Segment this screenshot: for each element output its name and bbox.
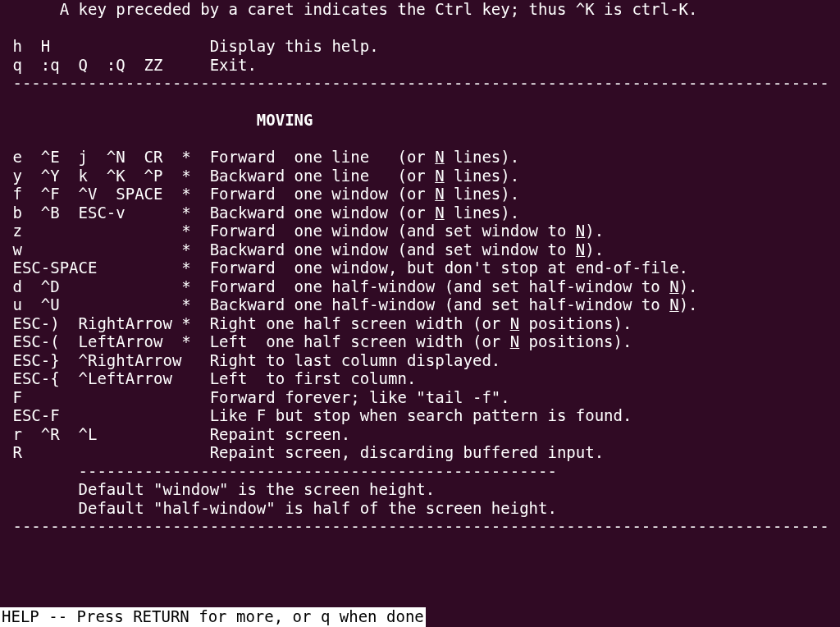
command-desc: Forward forever; like "tail -f".	[191, 388, 510, 406]
command-desc: Repaint screen.	[191, 425, 350, 443]
moving-row: y ^Y k ^K ^P * Backward one line (or N l…	[0, 167, 840, 185]
blank-line	[0, 130, 840, 149]
default-window-note: Default "window" is the screen height.	[0, 480, 840, 499]
command-keys: e ^E j ^N CR *	[3, 148, 191, 166]
command-desc: Right one half screen width (or	[191, 314, 510, 332]
count-placeholder: N	[669, 295, 678, 314]
command-desc: Repaint screen, discarding buffered inpu…	[191, 443, 604, 461]
divider: ----------------------------------------…	[0, 74, 840, 93]
command-keys: y ^Y k ^K ^P *	[3, 167, 191, 185]
help-command-row: h H Display this help.	[0, 37, 840, 56]
moving-row: F Forward forever; like "tail -f".	[0, 388, 840, 407]
command-keys: ESC-{ ^LeftArrow	[3, 369, 191, 387]
command-desc: Forward one window (or	[191, 185, 435, 203]
moving-row: d ^D * Forward one half-window (and set …	[0, 277, 840, 296]
moving-row: f ^F ^V SPACE * Forward one window (or N…	[0, 185, 840, 204]
caret-explanation: A key preceded by a caret indicates the …	[0, 0, 840, 19]
count-placeholder: N	[576, 222, 585, 240]
help-desc: Display this help.	[210, 37, 379, 55]
command-desc-tail: lines).	[445, 148, 520, 166]
moving-row: b ^B ESC-v * Backward one window (or N l…	[0, 204, 840, 222]
moving-row: r ^R ^L Repaint screen.	[0, 425, 840, 444]
section-header-moving: MOVING	[257, 111, 313, 129]
command-desc: Backward one line (or	[191, 167, 435, 185]
section-header-pad	[3, 111, 257, 129]
divider-bottom: ----------------------------------------…	[0, 517, 840, 536]
section-header-row: MOVING	[0, 111, 840, 130]
command-desc: Backward one window (or	[191, 204, 435, 222]
blank-line	[0, 19, 840, 38]
command-keys: ESC-) RightArrow *	[3, 314, 191, 332]
command-desc: Forward one half-window (and set half-wi…	[191, 277, 669, 295]
moving-row: R Repaint screen, discarding buffered in…	[0, 443, 840, 462]
count-placeholder: N	[435, 148, 444, 166]
quit-spacer	[162, 56, 209, 74]
command-keys: b ^B ESC-v *	[3, 204, 191, 222]
moving-row: ESC-SPACE * Forward one window, but don'…	[0, 259, 840, 277]
count-placeholder: N	[435, 204, 444, 222]
moving-row: w * Backward one window (and set window …	[0, 240, 840, 259]
command-desc: Forward one window (and set window to	[191, 222, 576, 240]
moving-row: z * Forward one window (and set window t…	[0, 222, 840, 240]
count-placeholder: N	[435, 185, 444, 203]
moving-row: ESC-{ ^LeftArrow Left to first column.	[0, 369, 840, 388]
command-desc-tail: ).	[679, 295, 698, 314]
help-keys: h H	[3, 37, 50, 55]
command-keys: R	[3, 443, 191, 461]
count-placeholder: N	[669, 277, 678, 295]
blank-line	[0, 93, 840, 112]
command-desc-tail: positions).	[519, 332, 632, 350]
command-desc: Forward one line (or	[191, 148, 435, 166]
command-keys: u ^U *	[3, 295, 191, 314]
command-keys: ESC-( LeftArrow *	[3, 332, 191, 350]
command-desc: Backward one window (and set window to	[191, 240, 576, 259]
command-desc: Backward one half-window (and set half-w…	[191, 295, 669, 314]
command-desc-tail: ).	[585, 222, 604, 240]
quit-desc: Exit.	[210, 56, 257, 74]
command-keys: z *	[3, 222, 191, 240]
count-placeholder: N	[576, 240, 585, 259]
command-desc: Left to first column.	[191, 369, 417, 387]
help-spacer	[50, 37, 209, 55]
command-keys: ESC-SPACE *	[3, 259, 191, 277]
command-keys: ESC-} ^RightArrow	[3, 351, 191, 369]
command-keys: ESC-F	[3, 406, 191, 424]
command-keys: F	[3, 388, 191, 406]
command-desc-tail: ).	[679, 277, 698, 295]
quit-command-row: q :q Q :Q ZZ Exit.	[0, 56, 840, 75]
command-desc-tail: lines).	[445, 185, 520, 203]
command-desc-tail: lines).	[445, 204, 520, 222]
moving-row: u ^U * Backward one half-window (and set…	[0, 295, 840, 314]
moving-row: ESC-( LeftArrow * Left one half screen w…	[0, 332, 840, 351]
moving-row: ESC-F Like F but stop when search patter…	[0, 406, 840, 425]
command-desc: Right to last column displayed.	[191, 351, 501, 369]
count-placeholder: N	[510, 314, 519, 332]
command-desc: Forward one window, but don't stop at en…	[191, 259, 688, 277]
moving-commands-list: e ^E j ^N CR * Forward one line (or N li…	[0, 148, 840, 462]
moving-row: e ^E j ^N CR * Forward one line (or N li…	[0, 148, 840, 167]
command-keys: d ^D *	[3, 277, 191, 295]
command-keys: f ^F ^V SPACE *	[3, 185, 191, 203]
moving-row: ESC-} ^RightArrow Right to last column d…	[0, 351, 840, 370]
quit-keys: q :q Q :Q ZZ	[3, 56, 162, 74]
command-desc-tail: ).	[585, 240, 604, 259]
default-half-window-note: Default "half-window" is half of the scr…	[0, 499, 840, 518]
terminal-viewport[interactable]: A key preceded by a caret indicates the …	[0, 0, 840, 627]
count-placeholder: N	[435, 167, 444, 185]
command-keys: r ^R ^L	[3, 425, 191, 443]
moving-row: ESC-) RightArrow * Right one half screen…	[0, 314, 840, 333]
command-desc-tail: lines).	[445, 167, 520, 185]
sub-divider: ----------------------------------------…	[0, 462, 840, 481]
command-desc: Like F but stop when search pattern is f…	[191, 406, 632, 424]
count-placeholder: N	[510, 332, 519, 350]
command-desc: Left one half screen width (or	[191, 332, 510, 350]
help-status-bar: HELP -- Press RETURN for more, or q when…	[0, 607, 426, 627]
command-desc-tail: positions).	[519, 314, 632, 332]
command-keys: w *	[3, 240, 191, 259]
